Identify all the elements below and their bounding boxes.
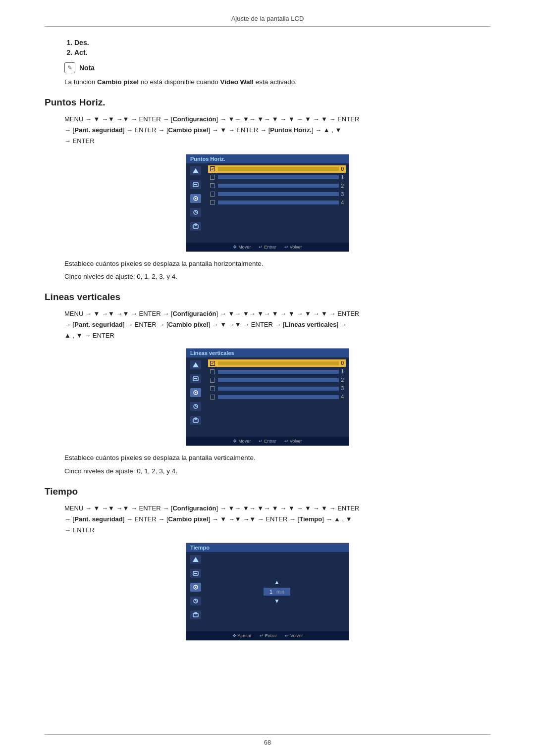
menu-item-4: 4 [208,199,346,206]
nota-text: La función Cambio píxel no está disponib… [64,77,490,87]
nota-icon: ✎ [64,62,75,73]
menu-title-bar-puntos-horiz: Puntos Horiz. [186,154,349,163]
spinner-unit: min [276,589,284,595]
svg-point-4 [195,198,197,199]
menu-item-lv-0: ✓ 0 [208,359,346,367]
svg-marker-10 [193,362,199,367]
svg-point-24 [195,587,197,588]
desc1-lineas-verticales: Establece cuántos píxeles se desplaza la… [64,453,490,463]
spinner-value: 1 [269,589,272,595]
sidebar-icon-lv-3 [190,388,201,397]
menu-image-lineas-verticales: Lineas verticales [186,348,349,446]
list-item-1: Des. [74,39,490,47]
tiempo-spinner-content: ▲ 1 min ▼ [205,552,349,631]
sidebar-icon-lv-1 [190,360,201,369]
nota-label: Nota [79,64,95,72]
section-puntos-horiz: Puntos Horiz. MENU → ▼ →▼ →▼ → ENTER → [… [45,97,490,282]
sidebar-icon-2 [190,180,201,189]
sidebar-icon-4 [190,208,201,217]
sidebar-icon-t-5 [190,610,201,619]
menu-sidebar-tiempo [186,552,205,631]
sidebar-icon-t-2 [190,569,201,578]
menu-title-bar-tiempo: Tiempo [186,543,349,552]
list-item-2: Act. [74,49,490,56]
menu-item-lv-4: 4 [208,393,346,401]
menu-image-puntos-horiz: Puntos Horiz. [186,154,349,252]
menu-sidebar-lineas-verticales [186,357,205,437]
menu-sidebar-puntos-horiz [186,163,205,243]
section-heading-tiempo: Tiempo [45,486,490,497]
footer-lv-move: ❖ Mover [233,439,251,444]
svg-marker-0 [193,168,199,173]
menu-item-lv-2: 2 [208,376,346,384]
nav-path-tiempo: MENU → ▼ →▼ →▼ → ENTER → [Configuración]… [64,503,490,536]
spinner-value-box: 1 min [264,588,290,596]
menu-item-lv-1: 1 [208,368,346,375]
footer-t-enter: ↵ Entrar [260,633,277,638]
menu-item-2: 2 [208,182,346,190]
nav-path-puntos-horiz: MENU → ▼ →▼ →▼ → ENTER → [Configuración]… [64,114,490,147]
sidebar-icon-t-4 [190,597,201,605]
spinner-up-arrow: ▲ [274,579,280,586]
svg-rect-12 [194,378,197,379]
sidebar-icon-lv-2 [190,374,201,383]
sidebar-icon-lv-5 [190,416,201,425]
menu-content-lineas-verticales: ✓ 0 1 2 [205,357,349,437]
menu-item-0: ✓ 0 [208,165,346,173]
section-heading-lineas-verticales: Lineas verticales [45,292,490,302]
desc2-puntos-horiz: Cinco niveles de ajuste: 0, 1, 2, 3, y 4… [64,272,490,282]
menu-item-1: 1 [208,174,346,181]
sidebar-icon-5 [190,222,201,231]
footer-move: ❖ Mover [233,245,251,250]
menu-image-tiempo: Tiempo [186,543,349,641]
menu-item-3: 3 [208,191,346,198]
nota-box: ✎ Nota [64,62,490,73]
tiempo-spinner: ▲ 1 min ▼ [264,579,290,605]
svg-marker-20 [193,557,199,562]
menu-content-puntos-horiz: ✓ 0 1 2 [205,163,349,243]
sidebar-icon-t-3 [190,583,201,592]
svg-rect-2 [194,184,197,185]
menu-item-lv-3: 3 [208,385,346,392]
nav-path-lineas-verticales: MENU → ▼ →▼ →▼ → ENTER → [Configuración]… [64,308,490,341]
sidebar-icon-1 [190,166,201,175]
footer-t-back: ↩ Volver [285,633,303,638]
spinner-down-arrow: ▼ [274,598,280,605]
numbered-list: Des. Act. [74,39,490,56]
menu-footer-lineas-verticales: ❖ Mover ↵ Entrar ↩ Volver [186,437,349,446]
footer-back: ↩ Volver [284,245,302,250]
desc2-lineas-verticales: Cinco niveles de ajuste: 0, 1, 2, 3, y 4… [64,466,490,476]
svg-point-14 [195,392,197,394]
section-tiempo: Tiempo MENU → ▼ →▼ →▼ → ENTER → [Configu… [45,486,490,641]
desc1-puntos-horiz: Establece cuántos píxeles se desplaza la… [64,259,490,269]
svg-rect-22 [194,573,197,574]
menu-footer-puntos-horiz: ❖ Mover ↵ Entrar ↩ Volver [186,243,349,252]
sidebar-icon-t-1 [190,555,201,564]
section-lineas-verticales: Lineas verticales MENU → ▼ →▼ →▼ → ENTER… [45,292,490,476]
sidebar-icon-3 [190,194,201,203]
footer-lv-enter: ↵ Entrar [259,439,276,444]
page-number: 68 [264,739,271,746]
header-title: Ajuste de la pantalla LCD [231,15,304,22]
menu-title-bar-lineas-verticales: Lineas verticales [186,349,349,357]
section-heading-puntos-horiz: Puntos Horiz. [45,97,490,108]
sidebar-icon-lv-4 [190,402,201,411]
page-header: Ajuste de la pantalla LCD [45,15,490,27]
footer-t-adjust: ❖ Ajustar [232,633,252,638]
menu-footer-tiempo: ❖ Ajustar ↵ Entrar ↩ Volver [186,631,349,640]
page-footer: 68 [45,734,490,746]
footer-lv-back: ↩ Volver [284,439,302,444]
footer-enter: ↵ Entrar [259,245,276,250]
